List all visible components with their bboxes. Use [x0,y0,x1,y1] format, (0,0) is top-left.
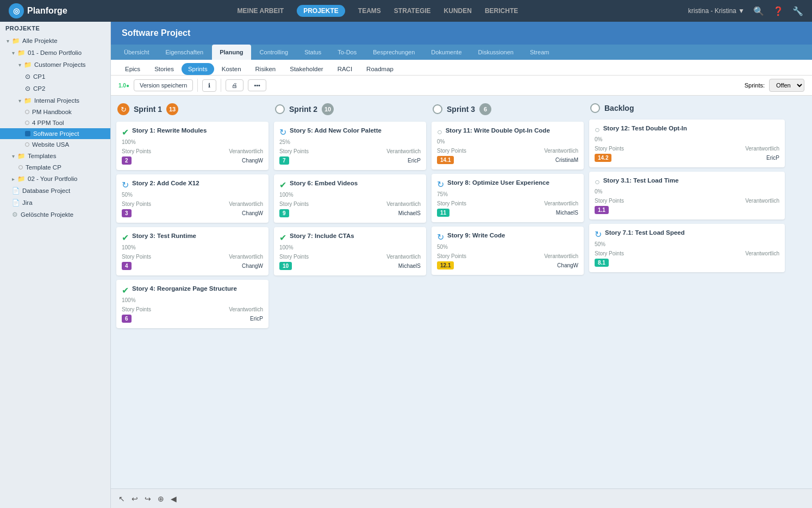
story-9-footer: 12.1 ChangW [437,261,578,269]
sidebar-item-cp2[interactable]: ⊙ CP2 [0,83,110,95]
nav-links: MEINE ARBEIT PROJEKTE TEAMS STRATEGIE KU… [238,5,519,17]
column-header-sprint1: ↻ Sprint 1 13 [116,101,268,117]
flag-icon[interactable]: ◀ [171,494,177,503]
save-version-button[interactable]: Version speichern [134,79,193,91]
status-circle-11: ○ [437,127,442,137]
story-71-percent: 50% [595,241,779,247]
sprint-select[interactable]: Offen [769,79,804,92]
subtab-sprints[interactable]: Sprints [182,63,214,75]
status-circle-12: ○ [595,125,600,135]
sidebar-item-jira[interactable]: 📄 Jira [0,197,110,209]
cursor-icon[interactable]: ↖ [118,494,125,503]
tab-besprechungen[interactable]: Besprechungen [365,45,422,60]
sidebar-item-database-project[interactable]: 📄 Database Project [0,185,110,197]
nav-strategie[interactable]: STRATEGIE [394,7,431,15]
bottom-bar: ↖ ↩ ↪ ⊕ ◀ [111,488,812,508]
subtab-kosten[interactable]: Kosten [215,63,248,75]
subtab-risiken[interactable]: Risiken [249,63,283,75]
status-spinner-5: ↻ [279,127,286,137]
subtab-raci[interactable]: RACI [331,63,359,75]
story-12-meta: Story Points Verantwortlich [595,146,779,152]
tab-dokumente[interactable]: Dokumente [423,45,469,60]
column-sprint2: Sprint 2 10 ↻ Story 5: Add New Color Pal… [274,101,426,483]
sidebar-item-template-cp[interactable]: Template CP [0,162,110,173]
logo-icon: ◎ [9,3,24,18]
tab-diskussionen[interactable]: Diskussionen [471,45,521,60]
sidebar-label: 4 PPM Tool [32,120,64,126]
sidebar-item-alle-projekte[interactable]: ▾ 📁 Alle Projekte [0,35,110,47]
story-6-responsible: MichaelS [398,210,421,216]
story-4-percent: 100% [122,297,263,303]
sub-tabs: Epics Stories Sprints Kosten Risiken Sta… [111,60,812,76]
story-card-7: ✔ Story 7: Include CTAs 100% Story Point… [274,227,426,275]
story-8-id: 11 [437,209,449,217]
subtab-epics[interactable]: Epics [118,63,147,75]
status-spinner-2: ↻ [122,180,129,190]
expand-icon: ▾ [12,50,15,56]
story-6-meta: Story Points Verantwortlich [279,201,421,207]
search-icon[interactable]: 🔍 [753,6,764,16]
sidebar-item-software-project[interactable]: Software Project [0,128,110,139]
story-11-title: Story 11: Write Double Opt-In Code [446,127,550,134]
group-icon[interactable]: ⊕ [158,494,164,503]
story-card-1: ✔ Story 1: Rewrite Modules 100% Story Po… [116,122,268,170]
settings-icon[interactable]: 🔧 [792,6,803,16]
kanban-board: ↻ Sprint 1 13 ✔ Story 1: Rewrite Modules… [116,101,807,483]
info-button[interactable]: ℹ [202,79,216,92]
sidebar-item-pm-handbook[interactable]: PM Handbook [0,106,110,117]
tab-ubersicht[interactable]: Übersicht [116,45,157,60]
folder-icon: 📁 [17,49,25,57]
tab-todos[interactable]: To-Dos [330,45,364,60]
nav-right: kristina - Kristina ▼ 🔍 ❓ 🔧 [688,6,803,16]
status-spinner-8: ↻ [437,179,444,190]
sidebar-item-your-portfolio[interactable]: ▸ 📁 02 - Your Portfolio [0,173,110,185]
nav-projekte[interactable]: PROJEKTE [297,5,345,17]
sidebar-item-demo-portfolio[interactable]: ▾ 📁 01 - Demo Portfolio [0,47,110,59]
sidebar-item-templates[interactable]: ▾ 📁 Templates [0,150,110,162]
print-button[interactable]: 🖨 [226,79,243,91]
sidebar-item-ppm-tool[interactable]: 4 PPM Tool [0,117,110,128]
story-2-percent: 50% [122,192,263,198]
top-nav: ◎ Planforge MEINE ARBEIT PROJEKTE TEAMS … [0,0,812,22]
sidebar-label: CP2 [33,85,45,92]
tab-stream[interactable]: Stream [522,45,557,60]
user-menu[interactable]: kristina - Kristina ▼ [688,7,745,15]
subtab-roadmap[interactable]: Roadmap [360,63,400,75]
sidebar-label: Software Project [33,130,79,137]
backlog-title: Backlog [604,104,634,112]
story-31-title: Story 3.1: Test Load Time [603,177,679,184]
sidebar-item-website-usa[interactable]: Website USA [0,139,110,150]
story-2-id: 3 [122,209,132,217]
tab-planung[interactable]: Planung [212,45,251,60]
story-2-footer: 3 ChangW [122,209,263,217]
nav-berichte[interactable]: BERICHTE [485,7,518,15]
nav-kunden[interactable]: KUNDEN [444,7,472,15]
nav-meine-arbeit[interactable]: MEINE ARBEIT [238,7,284,15]
expand-icon: ▾ [12,153,15,159]
undo-icon[interactable]: ↩ [132,494,138,503]
logo: ◎ Planforge [9,3,67,18]
redo-icon[interactable]: ↪ [145,494,151,503]
story-5-percent: 25% [279,139,421,145]
sidebar-item-deleted[interactable]: ⚙ Gelöschte Projekte [0,209,110,221]
story-6-title: Story 6: Embed Videos [290,180,358,186]
sidebar-item-internal-projects[interactable]: ▾ 📁 Internal Projects [0,95,110,106]
doc-icon: 📄 [12,187,20,195]
story-31-id: 1.1 [595,206,609,214]
toolbar-divider [197,79,198,92]
sprint1-badge: 13 [166,103,178,115]
sidebar-label: 01 - Demo Portfolio [28,49,82,56]
tab-controlling[interactable]: Controlling [252,45,296,60]
more-button[interactable]: ••• [248,79,266,91]
sidebar-item-cp1[interactable]: ⊙ CP1 [0,71,110,83]
tab-eigenschaften[interactable]: Eigenschaften [158,45,211,60]
sidebar-item-customer-projects[interactable]: ▾ 📁 Customer Projects [0,59,110,71]
nav-teams[interactable]: TEAMS [358,7,381,15]
sidebar-label: Database Project [22,187,70,194]
story-5-id: 7 [279,156,289,165]
tab-status[interactable]: Status [297,45,329,60]
help-icon[interactable]: ❓ [773,6,784,16]
subtab-stories[interactable]: Stories [148,63,180,75]
subtab-stakeholder[interactable]: Stakeholder [283,63,329,75]
story-11-footer: 14.1 CristinaM [437,156,578,164]
